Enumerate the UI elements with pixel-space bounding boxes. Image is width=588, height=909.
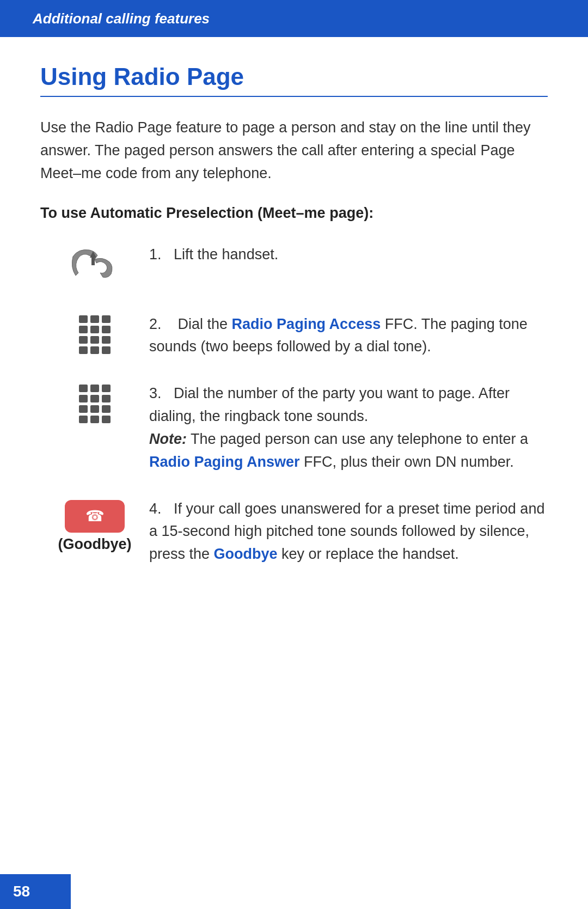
header-bar: Additional calling features — [0, 0, 588, 37]
steps-container: 1. Lift the handset. — [40, 243, 548, 590]
intro-paragraph: Use the Radio Page feature to page a per… — [40, 117, 548, 185]
step-1-text: 1. Lift the handset. — [149, 243, 548, 266]
step-3-text: 3. Dial the number of the party you want… — [149, 382, 548, 473]
step-2-icon — [40, 313, 149, 354]
step-4-icon: ☎ (Goodbye) — [40, 498, 149, 553]
svg-rect-1 — [91, 258, 95, 265]
step-row-4: ☎ (Goodbye) 4. If your call goes unanswe… — [40, 498, 548, 566]
step-2-text: 2. Dial the Radio Paging Access FFC. The… — [149, 313, 548, 359]
step-1-icon — [40, 243, 149, 289]
goodbye-button-icon: ☎ — [65, 500, 125, 533]
keypad-icon-2 — [79, 385, 111, 423]
step-row-2: 2. Dial the Radio Paging Access FFC. The… — [40, 313, 548, 359]
handset-icon — [65, 246, 125, 289]
step-row-3: 3. Dial the number of the party you want… — [40, 382, 548, 473]
step-4-text: 4. If your call goes unanswered for a pr… — [149, 498, 548, 566]
step-row-1: 1. Lift the handset. — [40, 243, 548, 289]
page-number: 58 — [13, 883, 30, 900]
header-label: Additional calling features — [33, 10, 210, 27]
step-3-icon — [40, 382, 149, 423]
sub-heading: To use Automatic Preselection (Meet–me p… — [40, 205, 548, 222]
page-title: Using Radio Page — [40, 63, 548, 97]
keypad-icon-1 — [79, 315, 111, 354]
main-content: Using Radio Page Use the Radio Page feat… — [0, 63, 588, 590]
footer-bar: 58 — [0, 874, 71, 909]
goodbye-label: (Goodbye) — [58, 536, 132, 553]
